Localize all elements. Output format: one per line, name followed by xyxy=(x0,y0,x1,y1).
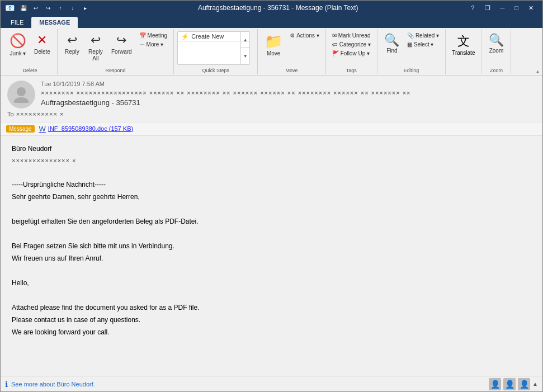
svg-point-1 xyxy=(14,97,29,103)
attachment-file[interactable]: W INF_8595089380.doc (157 KB) xyxy=(39,125,134,133)
close-button[interactable]: ✕ xyxy=(524,3,538,13)
mark-unread-label: Mark Unread xyxy=(338,32,371,39)
delete-group-label: Delete xyxy=(22,67,37,73)
follow-up-button[interactable]: 🚩 Follow Up ▾ xyxy=(329,49,374,58)
move-group-label: Move xyxy=(285,67,298,73)
help-button[interactable]: ? xyxy=(466,3,479,13)
body-para5: We are looking forward your call. xyxy=(12,328,531,336)
email-main-layout: Tue 10/1/2019 7:58 AM ×××××××× ×××××××××… xyxy=(1,76,542,391)
minimize-button[interactable]: ─ xyxy=(496,3,509,13)
ribbon-group-delete: 🚫 Junk ▾ ✕ Delete Delete xyxy=(3,29,58,74)
zoom-icon: 🔍 xyxy=(489,33,504,48)
forward-button[interactable]: ↪ Forward xyxy=(108,31,135,57)
body-greeting: Sehr geehrte Damen, sehr geehrte Herren, xyxy=(12,193,531,201)
select-button[interactable]: ▦ Select ▾ xyxy=(404,40,442,49)
categorize-button[interactable]: 🏷 Categorize ▾ xyxy=(329,40,374,49)
ribbon-collapse-button[interactable]: ▲ xyxy=(535,69,540,74)
related-label: Related ▾ xyxy=(415,32,439,39)
forward-label: Forward xyxy=(111,49,132,55)
categorize-icon: 🏷 xyxy=(332,41,338,48)
junk-label: Junk ▾ xyxy=(10,50,26,57)
body-para3: Attached please find the document you as… xyxy=(12,304,531,311)
meeting-button[interactable]: 📅 Meeting xyxy=(136,31,171,40)
restore-button[interactable]: ❐ xyxy=(480,3,495,13)
actions-icon: ⚙ xyxy=(290,32,295,39)
status-expand-icon[interactable]: ▲ xyxy=(532,381,538,387)
ribbon-group-zoom: 🔍 Zoom Zoom xyxy=(481,29,511,74)
down-icon[interactable]: ↓ xyxy=(68,5,77,11)
more-icon[interactable]: ▸ xyxy=(81,5,89,11)
related-icon: 📎 xyxy=(407,32,414,39)
ribbon-group-respond: ↩ Reply ↩ ReplyAll ↪ Forward 📅 Meeting xyxy=(58,29,174,74)
email-body: Büro Neudorf ×××××××××××××× × -----Urspr… xyxy=(1,136,542,376)
status-avatar-1[interactable]: 👤 xyxy=(489,378,501,390)
delete-button[interactable]: ✕ Delete xyxy=(31,31,54,57)
reply-all-button[interactable]: ↩ ReplyAll xyxy=(84,31,107,64)
more-respond-icon: ⋯ xyxy=(139,41,145,48)
ribbon-group-editing: 🔍 Find 📎 Related ▾ ▦ Select ▾ Editing xyxy=(377,29,446,74)
reply-icon: ↩ xyxy=(67,33,77,48)
to-label: To xyxy=(7,111,14,117)
title-bar-controls: ? ❐ ─ □ ✕ xyxy=(466,3,538,13)
junk-icon: 🚫 xyxy=(10,33,26,49)
create-new-button[interactable]: ⚡ Create New xyxy=(178,32,249,42)
reply-all-label: ReplyAll xyxy=(88,49,103,62)
related-button[interactable]: 📎 Related ▾ xyxy=(404,31,442,40)
respond-group-content: ↩ Reply ↩ ReplyAll ↪ Forward 📅 Meeting xyxy=(61,30,170,67)
mark-unread-button[interactable]: ✉ Mark Unread xyxy=(329,31,374,40)
create-new-label: Create New xyxy=(191,33,224,40)
tab-message[interactable]: MESSAGE xyxy=(31,17,78,28)
body-line2: ×××××××××××××× × xyxy=(12,157,531,164)
follow-up-label: Follow Up ▾ xyxy=(341,50,370,56)
undo-icon[interactable]: ↩ xyxy=(31,5,40,11)
avatar-icon xyxy=(13,86,30,103)
status-bar: ℹ See more about Büro Neudorf. 👤 👤 👤 ▲ xyxy=(1,376,542,391)
message-tab-badge[interactable]: Message xyxy=(6,125,35,133)
meeting-label: Meeting xyxy=(148,32,168,39)
status-avatar-2[interactable]: 👤 xyxy=(503,378,516,390)
svg-point-0 xyxy=(17,87,26,96)
qs-arrow-down[interactable]: ▼ xyxy=(241,48,249,64)
more-respond-button[interactable]: ⋯ More ▾ xyxy=(136,40,171,49)
move-button[interactable]: 📁 Move xyxy=(261,31,286,59)
email-meta-row: Tue 10/1/2019 7:58 AM ×××××××× ×××××××××… xyxy=(7,81,536,108)
translate-group-content: 文 Translate xyxy=(449,30,478,72)
body-para2b: Wir freuen uns auf Ihren Anruf. xyxy=(12,254,531,262)
actions-button[interactable]: ⚙ Actions ▾ xyxy=(287,31,322,40)
reply-button[interactable]: ↩ Reply xyxy=(61,31,83,57)
attachment-filename: INF_8595089380.doc (157 KB) xyxy=(48,125,133,132)
translate-icon: 文 xyxy=(457,33,470,50)
maximize-button[interactable]: □ xyxy=(510,3,523,13)
email-to-row: To ×××××××××× × xyxy=(7,111,536,117)
move-group-content: 📁 Move ⚙ Actions ▾ xyxy=(261,30,322,67)
junk-button[interactable]: 🚫 Junk ▾ xyxy=(6,31,30,59)
save-icon[interactable]: 💾 xyxy=(19,5,28,11)
find-button[interactable]: 🔍 Find xyxy=(381,31,403,56)
more-respond-label: More ▾ xyxy=(147,41,164,48)
qs-arrow-up[interactable]: ▲ xyxy=(241,32,249,48)
quicksteps-group-label: Quick Steps xyxy=(202,67,229,73)
info-icon: ℹ xyxy=(5,380,8,389)
email-to: ×××××××××× × xyxy=(16,111,64,117)
body-para4: Please contact us in case of any questio… xyxy=(12,316,531,324)
translate-button[interactable]: 文 Translate xyxy=(449,31,478,58)
outlook-logo-icon: 📧 xyxy=(5,3,15,12)
move-small-buttons: ⚙ Actions ▾ xyxy=(287,31,322,40)
status-avatar-3[interactable]: 👤 xyxy=(518,378,530,390)
ribbon-group-quicksteps: ⚡ Create New ▲ ▼ Quick Steps xyxy=(174,29,258,74)
respond-group-label: Respond xyxy=(106,67,126,73)
tab-file[interactable]: FILE xyxy=(3,17,31,28)
quick-steps-arrows: ▲ ▼ xyxy=(240,32,249,64)
zoom-button[interactable]: 🔍 Zoom xyxy=(485,31,507,56)
status-info[interactable]: ℹ See more about Büro Neudorf. xyxy=(5,380,95,389)
quick-steps-box: ⚡ Create New ▲ ▼ xyxy=(177,31,250,65)
delete-label: Delete xyxy=(34,49,50,55)
delete-icon: ✕ xyxy=(37,33,47,48)
body-separator: -----Ursprüngliche Nachricht----- xyxy=(12,181,531,188)
title-bar: 📧 💾 ↩ ↪ ↑ ↓ ▸ Auftragsbestaetigung - 356… xyxy=(1,1,542,15)
up-icon[interactable]: ↑ xyxy=(56,5,65,11)
editing-small-buttons: 📎 Related ▾ ▦ Select ▾ xyxy=(404,31,442,49)
status-avatars: 👤 👤 👤 ▲ xyxy=(489,378,538,390)
redo-icon[interactable]: ↪ xyxy=(44,5,53,11)
zoom-label: Zoom xyxy=(489,48,504,54)
